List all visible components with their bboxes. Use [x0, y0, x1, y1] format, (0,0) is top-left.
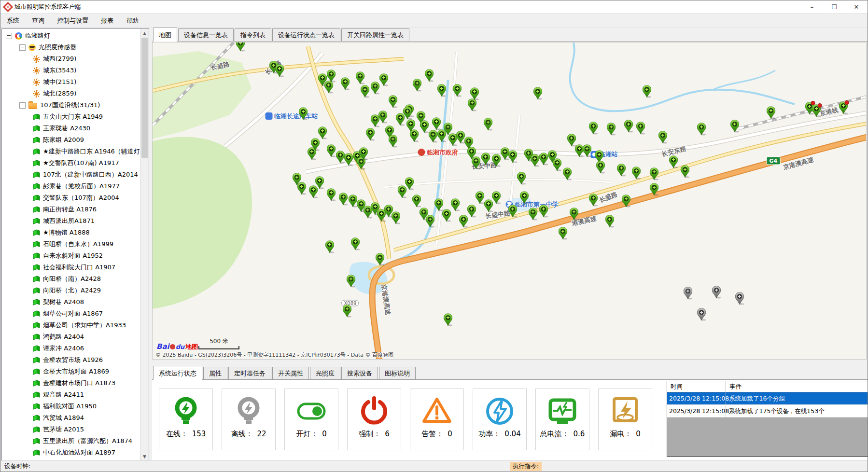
lamp-marker-online[interactable]: [326, 188, 336, 201]
lamp-marker-online[interactable]: [468, 98, 477, 111]
menu-item-0[interactable]: 系统: [0, 14, 26, 28]
lamp-marker-online[interactable]: [528, 208, 537, 221]
lamp-marker-online[interactable]: [508, 150, 518, 163]
view-tab-2[interactable]: 指令列表: [235, 28, 271, 41]
tree-item[interactable]: 南正街转盘 A1876: [2, 204, 140, 215]
lamp-marker-online[interactable]: [318, 126, 327, 139]
tree-item[interactable]: 向阳桥（北）A2429: [2, 285, 140, 296]
lamp-marker-online[interactable]: [483, 118, 492, 131]
lamp-marker-online[interactable]: [481, 153, 490, 166]
lamp-marker-online[interactable]: [389, 135, 398, 148]
lamp-marker-online[interactable]: [471, 156, 480, 169]
lamp-marker-online[interactable]: [636, 122, 645, 135]
event-log-row[interactable]: 2025/3/28 12:15:08系统加载了175个设备，在线153个: [667, 405, 868, 417]
lamp-marker-online[interactable]: [624, 120, 633, 133]
lamp-marker-online[interactable]: [341, 77, 350, 90]
lamp-marker-online[interactable]: [533, 87, 543, 100]
menu-item-2[interactable]: 控制与设置: [51, 14, 95, 28]
tree-item[interactable]: 向阳桥（南）A2428: [2, 273, 140, 285]
lamp-marker-online[interactable]: [325, 240, 334, 253]
lamp-marker-online[interactable]: [643, 85, 652, 98]
tree-item[interactable]: 光照度传感器: [2, 42, 140, 53]
tree-item[interactable]: 烟草公司（求知中学）A1933: [2, 319, 140, 331]
lamp-marker-online[interactable]: [297, 182, 306, 195]
tree-item[interactable]: 王家珑巷 A2430: [2, 123, 140, 134]
lamp-marker-online[interactable]: [326, 69, 336, 83]
lamp-marker-online[interactable]: [650, 183, 659, 196]
lamp-marker-online[interactable]: [492, 191, 501, 204]
lamp-marker-online[interactable]: [428, 130, 437, 143]
lamp-marker-online[interactable]: [470, 87, 479, 100]
collapse-expander-icon[interactable]: [19, 102, 26, 109]
status-tab-2[interactable]: 定时器任务: [228, 367, 271, 379]
tree-item[interactable]: 石咀桥（自来水）A1999: [2, 238, 140, 250]
lamp-marker-online[interactable]: [420, 120, 429, 133]
tree-item[interactable]: 中石化加油站对面 A1897: [2, 447, 140, 458]
tree-item[interactable]: ★博物馆 A1888: [2, 227, 140, 238]
lamp-marker-online[interactable]: [376, 253, 385, 266]
view-tab-3[interactable]: 设备运行状态一览表: [272, 28, 340, 41]
maximize-button[interactable]: ☐: [823, 0, 845, 13]
menu-item-1[interactable]: 查询: [26, 14, 51, 28]
tree-item[interactable]: 自来水斜对面 A1952: [2, 250, 140, 262]
lamp-marker-offline[interactable]: [735, 292, 744, 305]
view-tab-1[interactable]: 设备信息一览表: [178, 28, 234, 41]
lamp-marker-online[interactable]: [391, 211, 400, 224]
lamp-marker-online[interactable]: [403, 107, 412, 120]
lamp-marker-online[interactable]: [236, 42, 245, 52]
lamp-marker-online[interactable]: [589, 194, 598, 207]
lamp-marker-online[interactable]: [622, 194, 631, 208]
lamp-marker-online[interactable]: [570, 208, 579, 221]
tree-item[interactable]: 五尖山大门东 A1949: [2, 111, 140, 123]
lamp-marker-online[interactable]: [596, 161, 605, 174]
tree-item[interactable]: 五里派出所（富源汽配）A1874: [2, 435, 140, 447]
baidu-map[interactable]: 长盛路长白路京港线长安中路长安东路长盛路长盛中路京港澳高速港澳高速京港澳高速临湘…: [152, 42, 867, 360]
lamp-marker-offline[interactable]: [712, 286, 721, 299]
tree-item[interactable]: 观音路 A2411: [2, 389, 140, 401]
tree-item[interactable]: 社会福利院大门口 A1907: [2, 262, 140, 273]
lamp-marker-online[interactable]: [324, 81, 334, 94]
lamp-marker-online[interactable]: [359, 147, 368, 160]
lamp-marker-online[interactable]: [378, 111, 388, 124]
lamp-marker-online[interactable]: [508, 205, 518, 218]
lamp-marker-online[interactable]: [539, 205, 548, 218]
lamp-marker-offline[interactable]: [697, 308, 706, 321]
column-time[interactable]: 时间: [667, 381, 726, 392]
tree-item[interactable]: 谭家冲 A2406: [2, 343, 140, 354]
tree-item[interactable]: 鸿鹤路 A2404: [2, 331, 140, 343]
lamp-marker-online[interactable]: [553, 158, 562, 171]
lamp-marker-online[interactable]: [517, 172, 526, 185]
scroll-up-icon[interactable]: ▲: [140, 29, 149, 37]
tree-item[interactable]: 陈家组 A2009: [2, 134, 140, 146]
lamp-marker-online[interactable]: [346, 275, 355, 288]
lamp-marker-online[interactable]: [450, 198, 460, 211]
minimize-button[interactable]: –: [801, 0, 823, 13]
lamp-marker-online[interactable]: [298, 107, 308, 120]
lamp-marker-alarm[interactable]: [839, 101, 848, 114]
lamp-marker-online[interactable]: [413, 79, 422, 92]
tree-item[interactable]: 临湘路灯: [2, 30, 140, 42]
lamp-marker-online[interactable]: [315, 176, 324, 189]
lamp-marker-online[interactable]: [425, 69, 434, 82]
status-tab-1[interactable]: 属性: [203, 367, 227, 379]
scroll-down-icon[interactable]: ▼: [140, 452, 149, 460]
lamp-marker-online[interactable]: [632, 167, 641, 180]
lamp-marker-online[interactable]: [389, 95, 398, 108]
lamp-marker-online[interactable]: [379, 73, 388, 86]
view-tab-0[interactable]: 地图: [153, 28, 177, 42]
lamp-marker-online[interactable]: [617, 164, 626, 177]
lamp-marker-online[interactable]: [343, 305, 352, 318]
tree-item[interactable]: 福利院对面 A1950: [2, 401, 140, 412]
lamp-marker-online[interactable]: [410, 129, 419, 142]
lamp-marker-online[interactable]: [365, 128, 375, 141]
tree-item[interactable]: 城北(2859): [2, 88, 140, 99]
lamp-marker-online[interactable]: [344, 153, 353, 166]
close-button[interactable]: ✕: [845, 0, 868, 13]
tree-scrollbar[interactable]: ▲ ▼: [140, 29, 149, 460]
lamp-marker-online[interactable]: [310, 138, 320, 151]
tree-item[interactable]: 107国道沿线(31/31): [2, 99, 140, 111]
lamp-marker-online[interactable]: [432, 117, 441, 130]
status-tab-3[interactable]: 开关属性: [272, 367, 309, 379]
lamp-marker-online[interactable]: [531, 154, 540, 167]
lamp-marker-online[interactable]: [350, 237, 360, 250]
